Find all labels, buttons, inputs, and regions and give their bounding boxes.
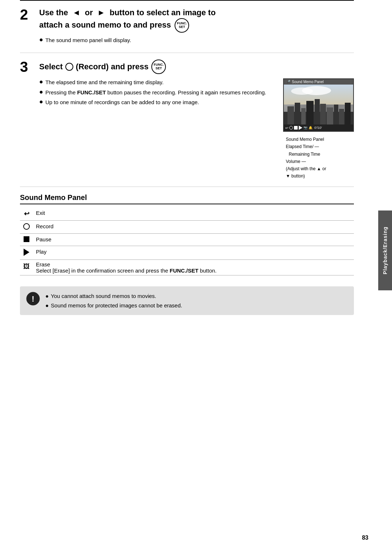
svg-rect-4 <box>306 101 314 124</box>
mic-icon: 🎤 <box>286 80 290 84</box>
camera-screen-footer: ↩ 📷 🔔 0'/10' <box>284 124 353 131</box>
annotation-remaining: Remaining Time <box>286 151 351 158</box>
step2-content: Use the ◄ or ► button to select an image… <box>39 7 354 46</box>
svg-rect-10 <box>345 103 351 124</box>
svg-rect-8 <box>334 105 338 124</box>
camera-screen-image <box>284 85 353 124</box>
annotation-adjust1-text: (Adjust with the ▲ or <box>286 165 326 172</box>
svg-rect-5 <box>315 99 320 124</box>
step3-right: 🎤 Sound Memo Panel <box>283 78 354 180</box>
warning-text1: You cannot attach sound memos to movies. <box>51 291 156 301</box>
step2-arrow-right: ► <box>97 8 105 17</box>
table-row-erase: 🖼 Erase Select [Erase] in the confirmati… <box>20 260 354 275</box>
svg-rect-9 <box>339 109 344 124</box>
step3-bullet3-text: Up to one minute of recordings can be ad… <box>45 98 199 107</box>
record-label: Record <box>33 221 354 234</box>
svg-rect-6 <box>320 104 326 124</box>
annotation-smp-text: Sound Memo Panel <box>286 136 324 143</box>
step3-number: 3 <box>20 60 33 74</box>
camera-annotation: Sound Memo Panel Elapsed Time/ — Remaini… <box>286 136 351 180</box>
bullet-dot-3: ● <box>39 98 43 105</box>
step3-select: Select <box>39 62 63 71</box>
func-btn-step3: FUNC.SET <box>151 60 166 74</box>
step2-title-use: Use the <box>39 8 68 17</box>
step3-section: 3 Select (Record) and press FUNC.SET ● <box>20 53 354 187</box>
annotation-adjust2-text: ▼ button) <box>286 173 305 180</box>
bullet-dot: ● <box>39 36 43 43</box>
warning-box: ! ● You cannot attach sound memos to mov… <box>20 286 354 315</box>
smp-table: ↩ Exit Record Pause <box>20 207 354 275</box>
pause-label: Pause <box>33 234 354 246</box>
step2-or: or <box>85 8 93 17</box>
camera-header-label: Sound Memo Panel <box>292 80 324 84</box>
erase-text: Erase Select [Erase] in the confirmation… <box>33 260 354 275</box>
footer-time: 0'/10' <box>314 126 322 130</box>
warning-dot1: ● <box>45 291 49 301</box>
warning-icon: ! <box>26 291 40 308</box>
step3-title: Select (Record) and press FUNC.SET <box>39 60 354 74</box>
exit-label: Exit <box>33 207 354 221</box>
annotation-elapsed: Elapsed Time/ — <box>286 143 351 150</box>
pause-icon-cell <box>20 234 33 246</box>
step2-arrow-left: ◄ <box>73 8 81 17</box>
play-icon <box>24 249 29 256</box>
pause-icon <box>24 236 29 242</box>
sound-memo-panel-section: Sound Memo Panel ↩ Exit Record <box>20 193 354 279</box>
table-row-record: Record <box>20 221 354 234</box>
svg-rect-7 <box>327 107 333 124</box>
step3-bullet2-text: Pressing the FUNC./SET button pauses the… <box>45 89 266 97</box>
camera-screen-header: 🎤 Sound Memo Panel <box>284 79 353 85</box>
smp-title: Sound Memo Panel <box>20 193 354 204</box>
step2-section: 2 Use the ◄ or ► button to select an ima… <box>20 1 354 53</box>
erase-icon: 🖼 <box>23 263 30 270</box>
record-circle-icon <box>65 63 73 71</box>
footer-back: ↩ <box>285 126 288 130</box>
erase-label: Erase <box>36 261 351 267</box>
page-number: 83 <box>362 535 368 541</box>
annotation-volume-text: Volume — <box>286 158 306 165</box>
svg-rect-2 <box>295 103 300 124</box>
annotation-elapsed-text: Elapsed Time/ — <box>286 143 319 150</box>
step3-bullet1-text: The elapsed time and the remaining time … <box>45 78 164 87</box>
erase-icon-cell: 🖼 <box>20 260 33 275</box>
step2-title: Use the ◄ or ► button to select an image… <box>39 7 354 33</box>
svg-rect-3 <box>301 108 306 124</box>
footer-camera: 📷 <box>303 126 307 130</box>
warning-bullet1: ● You cannot attach sound memos to movie… <box>45 291 182 301</box>
warning-bullet2: ● Sound memos for protected images canno… <box>45 301 182 310</box>
bullet-dot-1: ● <box>39 78 43 85</box>
step3-bullets: ● The elapsed time and the remaining tim… <box>39 78 272 180</box>
footer-play <box>299 126 302 130</box>
warning-content: ● You cannot attach sound memos to movie… <box>45 291 182 310</box>
step3-bullet2: ● Pressing the FUNC./SET button pauses t… <box>39 89 272 97</box>
step2-number: 2 <box>20 7 33 46</box>
footer-bell: 🔔 <box>309 126 313 130</box>
warning-text2: Sound memos for protected images cannot … <box>51 301 182 310</box>
warning-dot2: ● <box>45 301 49 310</box>
step2-bullet1-text: The sound memo panel will display. <box>45 36 131 45</box>
step3-bullet1: ● The elapsed time and the remaining tim… <box>39 78 272 87</box>
back-icon: ↩ <box>24 210 29 217</box>
camera-screen: 🎤 Sound Memo Panel <box>283 78 354 132</box>
play-label: Play <box>33 246 354 260</box>
record-icon-cell <box>20 221 33 234</box>
skyline-svg <box>284 97 353 124</box>
footer-pause <box>294 126 298 130</box>
annotation-adjust1: (Adjust with the ▲ or <box>286 165 351 172</box>
annotation-smp: Sound Memo Panel <box>286 136 351 143</box>
svg-rect-1 <box>287 106 294 124</box>
bullet-dot-2: ● <box>39 89 43 95</box>
footer-rec <box>289 126 293 130</box>
warning-svg-icon: ! <box>26 291 40 306</box>
erase-description: Select [Erase] in the confirmation scree… <box>36 267 351 274</box>
func-btn-step2: FUNC.SET <box>175 18 189 33</box>
annotation-remaining-text: Remaining Time <box>289 151 320 158</box>
step3-record-label: (Record) and press <box>76 62 149 71</box>
play-icon-cell <box>20 246 33 260</box>
table-row-pause: Pause <box>20 234 354 246</box>
svg-text:!: ! <box>32 294 34 303</box>
table-row-exit: ↩ Exit <box>20 207 354 221</box>
step2-bullet1: ● The sound memo panel will display. <box>39 36 354 45</box>
record-icon <box>23 223 30 230</box>
exit-icon-cell: ↩ <box>20 207 33 221</box>
